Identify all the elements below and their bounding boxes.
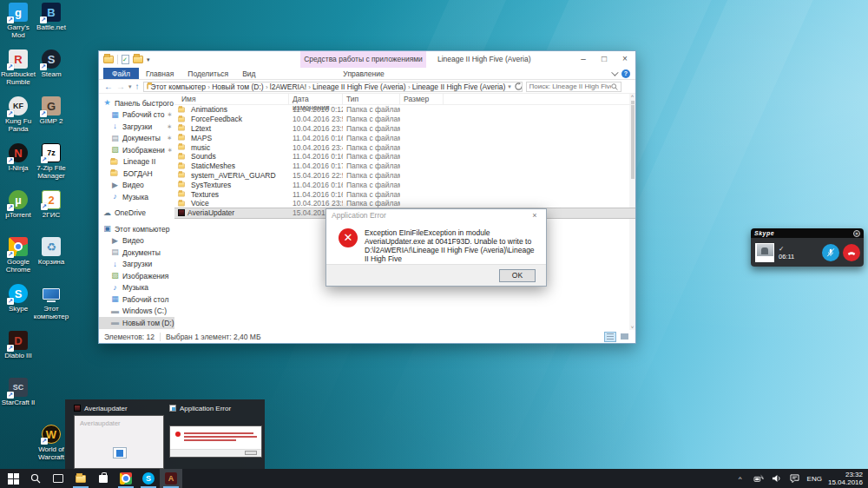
details-view-button[interactable]: [604, 332, 616, 342]
maximize-button[interactable]: □: [594, 51, 615, 68]
sidebar-item-Музыка[interactable]: ♪Музыка: [99, 191, 174, 203]
tab-Управление[interactable]: Управление: [333, 68, 394, 80]
forward-icon[interactable]: →: [116, 81, 125, 93]
desktop-icon-rustbucket-rumble[interactable]: R↗Rustbucket Rumble: [0, 49, 36, 86]
taskbar-button-search[interactable]: [24, 469, 47, 488]
sidebar-item-БОГДАН[interactable]: БОГДАН: [99, 168, 174, 180]
file-row[interactable]: Voice10.04.2016 23:55Папка с файлами: [174, 199, 635, 208]
sidebar-item-Изображения[interactable]: ▧Изображения: [99, 270, 174, 282]
taskbar-button-task-view[interactable]: [47, 469, 69, 488]
sidebar-item-Документы[interactable]: ▤Документы∗: [99, 133, 174, 145]
dialog-close-icon[interactable]: ×: [529, 211, 541, 220]
desktop-icon-kung-fu-panda[interactable]: KF↗Kung Fu Panda: [0, 96, 36, 133]
thumbnail-title[interactable]: Application Error: [169, 404, 231, 412]
sidebar-item-Документы[interactable]: ▤Документы: [99, 247, 174, 259]
desktop-icon-skype[interactable]: S↗Skype: [0, 284, 36, 313]
breadcrumb-item[interactable]: Новый том (D:): [212, 82, 264, 91]
sidebar-item-Загрузки[interactable]: ↓Загрузки: [99, 259, 174, 271]
clock[interactable]: 23:32 15.04.2016: [828, 471, 863, 486]
skype-close-icon[interactable]: ×: [853, 230, 860, 237]
breadcrumb-item[interactable]: l2AWERIA!: [270, 82, 306, 91]
taskbar-button-chrome[interactable]: [115, 469, 137, 488]
desktop-icon-diablo-3[interactable]: D↗Diablo III: [0, 331, 36, 359]
sidebar-item-Этот компьютер[interactable]: ▣Этот компьютер: [99, 223, 174, 235]
sidebar-item-Загрузки[interactable]: ↓Загрузки∗: [99, 121, 174, 133]
folder-icon[interactable]: [103, 56, 114, 63]
address-dropdown-icon[interactable]: ▾: [508, 82, 511, 92]
desktop-icon-garrys-mod[interactable]: g↗Garry's Mod: [0, 3, 36, 39]
mute-microphone-button[interactable]: [822, 244, 839, 261]
desktop-icon-2gis[interactable]: 2↗2ГИС: [33, 190, 69, 219]
desktop-icon-world-of-warcraft[interactable]: W↗World of Warcraft: [33, 425, 69, 461]
sidebar-item-Lineage II[interactable]: Lineage II: [99, 156, 174, 168]
taskbar-button-skype[interactable]: S: [137, 469, 160, 488]
column-header-Тип[interactable]: Тип: [343, 94, 400, 104]
desktop-icon-google-chrome[interactable]: ↗Google Chrome: [0, 237, 36, 274]
desktop-icon-utorrent[interactable]: µ↗µTorrent: [0, 190, 36, 219]
hang-up-button[interactable]: [843, 244, 860, 261]
collapse-ribbon-icon[interactable]: [611, 69, 618, 76]
desktop-icon-7-zip[interactable]: 7z↗7-Zip File Manager: [33, 143, 69, 180]
search-icon[interactable]: [611, 83, 618, 90]
sidebar-item-Рабочий стол[interactable]: ▦Рабочий стол: [99, 293, 174, 306]
desktop-icon-gimp-2[interactable]: G↗GIMP 2: [33, 96, 69, 125]
quick-access-toolbar[interactable]: ▾: [103, 54, 150, 65]
sidebar-item-Видео[interactable]: ▶Видео: [99, 180, 174, 192]
volume-icon[interactable]: [771, 472, 783, 485]
ok-button[interactable]: OK: [499, 269, 536, 282]
sidebar-item-Музыка[interactable]: ♪Музыка: [99, 282, 174, 294]
desktop-icon-this-pc[interactable]: Этот компьютер: [33, 284, 69, 320]
sidebar-item-OneDrive[interactable]: ☁OneDrive: [99, 208, 174, 220]
close-button[interactable]: ×: [615, 51, 635, 68]
file-row[interactable]: ForceFeedback10.04.2016 23:50Папка с фай…: [174, 115, 635, 124]
search-input[interactable]: [529, 82, 611, 90]
desktop-icon-recycle-bin[interactable]: ♻Корзина: [33, 237, 69, 266]
refresh-icon[interactable]: [515, 82, 523, 90]
desktop-icon-i-ninja[interactable]: N↗I-Ninja: [0, 143, 36, 172]
tab-Файл[interactable]: Файл: [103, 68, 139, 79]
action-center-icon[interactable]: [789, 472, 801, 485]
help-icon[interactable]: ?: [621, 69, 630, 78]
sidebar-item-Видео[interactable]: ▶Видео: [99, 235, 174, 247]
file-row[interactable]: SysTextures11.04.2016 0:16Папка с файлам…: [174, 180, 635, 189]
breadcrumb-item[interactable]: Lineage II High Five (Averia): [312, 82, 406, 91]
breadcrumb[interactable]: Этот компьютер › Новый том (D:) › l2AWER…: [143, 82, 523, 92]
sidebar-item-Панель быстрого[interactable]: ★Панель быстрого: [99, 97, 174, 109]
network-icon[interactable]: [753, 472, 765, 485]
desktop-icon-starcraft-2[interactable]: SC↗StarCraft II: [0, 378, 36, 406]
file-row[interactable]: Textures11.04.2016 0:16Папка с файлами: [174, 189, 635, 199]
language-indicator[interactable]: ENG: [807, 475, 822, 483]
file-row[interactable]: music10.04.2016 23:46Папка с файлами: [174, 142, 635, 152]
minimize-button[interactable]: –: [573, 51, 594, 68]
taskbar-button-store[interactable]: [92, 469, 115, 488]
desktop-icon-battle-net[interactable]: B↗Battle.net: [33, 3, 69, 31]
tab-Вид[interactable]: Вид: [235, 68, 262, 79]
back-icon[interactable]: ←: [104, 81, 113, 93]
column-header-Размер[interactable]: Размер: [400, 94, 444, 104]
thumbnail-title[interactable]: Averiaupdater: [74, 404, 128, 412]
file-row[interactable]: MAPS11.04.2016 0:16Папка с файлами: [174, 133, 635, 142]
updater-window-preview[interactable]: Averiaupdater: [74, 415, 164, 469]
breadcrumb-item[interactable]: Этот компьютер: [151, 82, 207, 91]
recent-locations-icon[interactable]: ▾: [128, 81, 132, 93]
sidebar-item-Рабочий сто[interactable]: ▦Рабочий сто∗: [99, 109, 174, 122]
column-header-Имя[interactable]: Имя: [174, 94, 289, 104]
file-row[interactable]: L2text10.04.2016 23:50Папка с файлами: [174, 124, 635, 134]
taskbar-button-start[interactable]: [2, 469, 24, 488]
taskbar-button-averia-updater[interactable]: A: [160, 469, 182, 488]
file-row[interactable]: Animations11.04.2016 0:12Папка с файлами: [174, 105, 635, 115]
error-dialog-preview[interactable]: [169, 425, 262, 458]
context-tab-group[interactable]: Средства работы с приложениями: [300, 51, 426, 68]
icons-view-button[interactable]: [618, 332, 630, 342]
show-hidden-icons-chevron[interactable]: ^: [734, 472, 746, 485]
sidebar-item-Изображени[interactable]: ▧Изображени∗: [99, 144, 174, 156]
file-row[interactable]: Sounds11.04.2016 0:16Папка с файлами: [174, 152, 635, 162]
file-row[interactable]: StaticMeshes11.04.2016 0:17Папка с файла…: [174, 162, 635, 171]
tab-Главная[interactable]: Главная: [139, 68, 181, 79]
tab-Поделиться[interactable]: Поделиться: [181, 68, 235, 79]
breadcrumb-item[interactable]: Lineage II High Five (Averia): [412, 82, 506, 91]
sidebar-item-Новый том (D:)[interactable]: ▬Новый том (D:): [99, 317, 174, 329]
sidebar-item-Windows (C:)[interactable]: ▬Windows (C:): [99, 306, 174, 318]
taskbar-button-file-explorer[interactable]: [69, 469, 92, 488]
properties-icon[interactable]: [122, 55, 129, 64]
